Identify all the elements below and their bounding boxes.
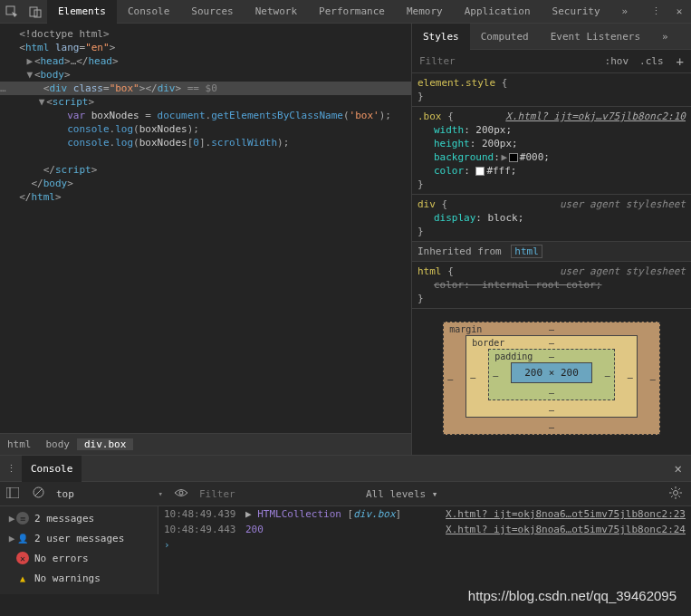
crumb-html[interactable]: html <box>0 438 39 450</box>
devtools-tab-bar: Elements Console Sources Network Perform… <box>0 0 691 24</box>
timestamp: 10:48:49.443 <box>164 524 245 535</box>
sidebar-toggle-icon[interactable] <box>0 487 25 501</box>
close-icon[interactable]: ✕ <box>666 461 691 476</box>
rule-box[interactable]: X.html? ijt=okj…v75jlb8onc2:10.box { wid… <box>412 107 691 195</box>
twisty-icon[interactable]: ▶ <box>25 54 34 68</box>
kebab-icon[interactable]: ⋮ <box>0 463 22 475</box>
source-link[interactable]: X.html? ijt=okj8noa6…ot5imv75jlb8onc2:23 <box>446 508 686 520</box>
color-swatch-icon[interactable] <box>509 153 518 162</box>
warn-icon: ▲ <box>16 572 29 584</box>
box-model: margin –––– border –––– padding –––– 200… <box>412 309 691 448</box>
kebab-icon[interactable]: ⋮ <box>644 0 667 24</box>
tab-elements[interactable]: Elements <box>47 0 117 24</box>
styles-filter-bar: :hov .cls + <box>412 50 691 73</box>
svg-line-13 <box>671 488 673 490</box>
rule-element-style[interactable]: element.style { } <box>412 73 691 107</box>
gear-icon[interactable] <box>660 486 691 502</box>
svg-rect-1 <box>30 7 37 16</box>
svg-line-6 <box>34 489 42 496</box>
tab-sources[interactable]: Sources <box>180 0 244 24</box>
log-entry[interactable]: 10:48:49.443 200 X.html? ijt=okj8noa6…ot… <box>158 522 691 537</box>
hov-toggle[interactable]: :hov <box>600 55 635 67</box>
drawer-body: ▶≡2 messages ▶👤2 user messages ▶✕No erro… <box>0 506 691 594</box>
log-entry[interactable]: 10:48:49.439 ▶ HTMLCollection [div.box] … <box>158 506 691 522</box>
dom-head[interactable]: ▶<head>…</head> <box>0 54 411 68</box>
sidebar-item-user[interactable]: ▶👤2 user messages <box>0 528 158 548</box>
dom-script-open[interactable]: ▼<script> <box>0 95 411 109</box>
tab-security[interactable]: Security <box>542 0 611 24</box>
box-content[interactable]: 200 × 200 <box>511 362 592 383</box>
tab-console[interactable]: Console <box>117 0 180 24</box>
dom-div-box[interactable]: <div class="box"></div> == $0 <box>0 82 411 95</box>
dom-body-close[interactable]: </body> <box>0 177 411 190</box>
twisty-icon[interactable]: ▼ <box>25 68 34 82</box>
close-icon[interactable]: ✕ <box>667 0 691 24</box>
error-icon: ✕ <box>16 552 29 564</box>
svg-rect-3 <box>6 487 19 498</box>
inspect-icon[interactable] <box>0 0 24 24</box>
breadcrumb: html body div.box <box>0 433 411 455</box>
crumb-body[interactable]: body <box>39 438 78 450</box>
source-link[interactable]: X.html? ijt=okj…v75jlb8onc2:10 <box>505 110 686 123</box>
box-margin[interactable]: margin –––– border –––– padding –––– 200… <box>443 322 660 435</box>
dom-panel: <!doctype html> <html lang="en"> ▶<head>… <box>0 24 411 455</box>
dom-script-line[interactable]: var boxNodes = document.getElementsByCla… <box>0 109 411 122</box>
rule-html-ua[interactable]: user agent stylesheethtml { color: inter… <box>412 262 691 309</box>
tab-network[interactable]: Network <box>245 0 308 24</box>
tab-more[interactable]: » <box>611 0 639 24</box>
svg-line-15 <box>671 496 673 497</box>
twisty-icon[interactable]: ▶ <box>7 533 16 544</box>
color-swatch-icon[interactable] <box>475 167 485 176</box>
sidebar-item-messages[interactable]: ▶≡2 messages <box>0 508 158 528</box>
console-toolbar: top▾ All levels ▾ <box>0 482 691 506</box>
dom-tree[interactable]: <!doctype html> <html lang="en"> ▶<head>… <box>0 24 411 207</box>
twisty-icon[interactable]: ▼ <box>37 95 46 109</box>
dom-doctype[interactable]: <!doctype html> <box>0 27 411 41</box>
dom-html[interactable]: <html lang="en"> <box>0 41 411 54</box>
svg-line-14 <box>678 496 680 497</box>
ua-label: user agent stylesheet <box>560 197 686 211</box>
user-icon: 👤 <box>16 532 29 544</box>
box-padding[interactable]: padding –––– 200 × 200 <box>488 349 615 400</box>
tab-application[interactable]: Application <box>454 0 542 24</box>
tab-more[interactable]: » <box>651 24 679 50</box>
tab-styles[interactable]: Styles <box>412 24 470 50</box>
cls-toggle[interactable]: .cls <box>634 55 669 67</box>
dom-body[interactable]: ▼<body> <box>0 68 411 82</box>
twisty-icon[interactable]: ▶ <box>500 150 509 164</box>
rules-list: element.style { } X.html? ijt=okj…v75jlb… <box>412 73 691 455</box>
ua-label: user agent stylesheet <box>560 265 686 278</box>
eye-icon[interactable] <box>168 488 194 500</box>
messages-icon: ≡ <box>16 512 29 525</box>
new-rule-icon[interactable]: + <box>669 54 691 69</box>
box-border[interactable]: border –––– padding –––– 200 × 200 <box>465 335 638 418</box>
drawer-tab-console[interactable]: Console <box>22 456 82 482</box>
source-link[interactable]: X.html? ijt=okj8noa6…ot5imv75jlb8onc2:24 <box>446 524 686 535</box>
console-log[interactable]: 10:48:49.439 ▶ HTMLCollection [div.box] … <box>158 506 691 594</box>
console-filter-input[interactable] <box>194 488 357 500</box>
dom-html-close[interactable]: </html> <box>0 190 411 204</box>
styles-filter-input[interactable] <box>412 55 600 67</box>
console-drawer: ⋮ Console ✕ top▾ All levels ▾ ▶≡2 messag… <box>0 455 691 594</box>
dom-script-line[interactable]: console.log(boxNodes); <box>0 122 411 136</box>
context-selector[interactable]: top▾ <box>51 488 168 500</box>
tab-computed[interactable]: Computed <box>470 24 540 50</box>
clear-icon[interactable] <box>25 486 51 501</box>
tab-eventlisteners[interactable]: Event Listeners <box>540 24 651 50</box>
sidebar-item-warnings[interactable]: ▶▲No warnings <box>0 568 158 588</box>
styles-panel: Styles Computed Event Listeners » :hov .… <box>411 24 691 455</box>
svg-point-7 <box>179 491 183 495</box>
rule-div-ua[interactable]: user agent stylesheetdiv { display: bloc… <box>412 195 691 242</box>
console-prompt[interactable]: › <box>158 537 691 553</box>
device-icon[interactable] <box>24 0 47 24</box>
main-split: <!doctype html> <html lang="en"> ▶<head>… <box>0 24 691 455</box>
twisty-icon[interactable]: ▶ <box>7 513 16 525</box>
tab-performance[interactable]: Performance <box>308 0 396 24</box>
inherited-tag[interactable]: html <box>511 245 542 258</box>
dom-script-line[interactable]: console.log(boxNodes[0].scrollWidth); <box>0 136 411 149</box>
crumb-divbox[interactable]: div.box <box>77 438 133 450</box>
sidebar-item-errors[interactable]: ▶✕No errors <box>0 548 158 568</box>
levels-selector[interactable]: All levels ▾ <box>357 488 446 500</box>
dom-script-close[interactable]: </script> <box>0 163 411 177</box>
tab-memory[interactable]: Memory <box>396 0 454 24</box>
